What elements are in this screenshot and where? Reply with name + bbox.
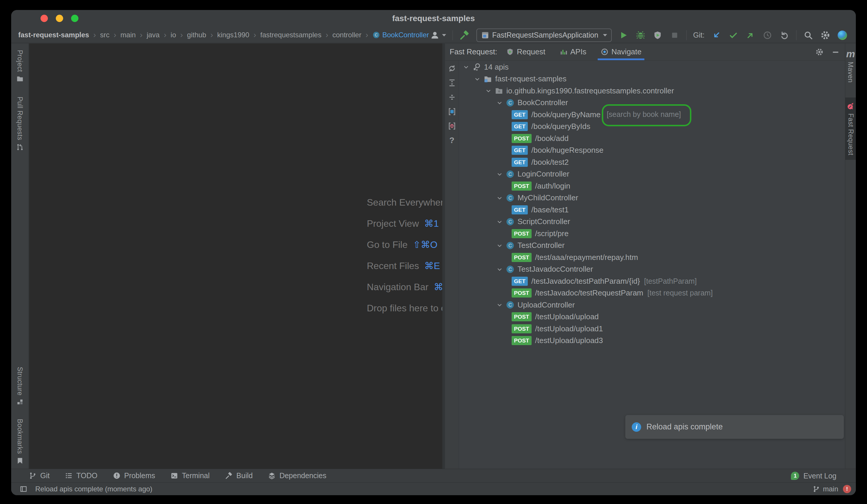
tool-window-tab[interactable]: Pull Requests [16, 97, 24, 151]
chevron-down-icon[interactable] [485, 87, 492, 95]
tree-row[interactable]: C MyChildController [459, 192, 845, 204]
main-area: Project Pull Requests [11, 43, 856, 469]
chevron-down-icon[interactable] [496, 301, 503, 309]
breadcrumb-item[interactable]: C main [109, 30, 136, 40]
chevron-down-icon[interactable] [496, 170, 503, 178]
breadcrumb-item[interactable]: C github [176, 30, 206, 40]
tree-item-label: UploadController [517, 300, 575, 310]
breadcrumb-item[interactable]: C fastrequestsamples [249, 30, 321, 40]
tool-window-tab[interactable]: m Maven [846, 49, 855, 83]
rollback-icon[interactable] [779, 29, 790, 42]
dock-item[interactable]: Terminal [170, 471, 210, 480]
tree-row[interactable]: C ScriptController [459, 216, 845, 228]
help-icon[interactable]: ? [447, 136, 457, 146]
history-icon[interactable] [762, 29, 773, 42]
tool-window-tab-label: Project [16, 50, 24, 72]
tree-row[interactable]: C POST /testUpload/upload1 [459, 323, 845, 335]
breadcrumb-item[interactable]: C controller [321, 30, 361, 40]
panel-settings-gear-icon[interactable] [815, 47, 824, 56]
toggle-tool-windows-icon[interactable] [19, 485, 28, 493]
status-message[interactable]: Reload apis complete (moments ago) [35, 485, 152, 493]
git-push-icon[interactable] [745, 29, 756, 42]
tree-row[interactable]: C io.github.kings1990.fastrequestsamples… [459, 85, 845, 97]
debug-icon[interactable] [635, 29, 646, 42]
shortcut-hint-row[interactable]: Project View ⌘1 [367, 213, 442, 234]
chevron-down-icon[interactable] [496, 218, 503, 226]
error-indicator-badge[interactable]: ! [843, 485, 851, 493]
settings-icon[interactable] [820, 29, 831, 42]
user-icon[interactable] [430, 29, 446, 42]
tree-row[interactable]: C POST /testUpload/upload3 [459, 335, 845, 347]
coverage-icon[interactable] [652, 29, 663, 42]
panel-tab[interactable]: APIs [558, 43, 588, 60]
tool-window-tab[interactable]: Bookmarks [16, 419, 24, 465]
breadcrumb-item[interactable]: C src [89, 30, 109, 40]
dock-item[interactable]: Build [225, 471, 253, 480]
shortcut-hint-row[interactable]: Go to File ⇧⌘O [367, 234, 442, 255]
chevron-down-icon[interactable] [496, 242, 503, 249]
panel-tab[interactable]: Navigate [599, 43, 643, 60]
tree-row[interactable]: C POST /auth/login [459, 180, 845, 192]
tool-window-tab[interactable]: Project [16, 50, 24, 83]
tree-row[interactable]: C GET /book/hugeResponse [459, 144, 845, 157]
git-update-icon[interactable] [711, 29, 721, 42]
tree-row[interactable]: C POST /book/add [459, 132, 845, 144]
breadcrumb-item[interactable]: C io [160, 30, 176, 40]
tree-row[interactable]: C TestJavadocController [459, 264, 845, 276]
shortcut-hint-row[interactable]: Drop files here to open [367, 298, 442, 319]
tree-item-icon: C [506, 194, 515, 202]
tree-item-icon: C [483, 75, 492, 83]
tree-row[interactable]: C POST /script/pre [459, 228, 845, 240]
tree-row[interactable]: C GET /base/test1 [459, 204, 845, 216]
breadcrumb-item[interactable]: C BookController [361, 30, 429, 40]
stop-icon[interactable] [669, 29, 680, 42]
dock-item[interactable]: Git [29, 471, 50, 480]
chevron-down-icon[interactable] [496, 266, 503, 273]
event-log-button[interactable]: 1 Event Log [791, 469, 836, 483]
shortcut-hint-row[interactable]: Recent Files ⌘E [367, 255, 442, 276]
panel-tab[interactable]: Request [505, 43, 547, 60]
tree-row[interactable]: C POST /test/aaa/repayment/repay.htm [459, 251, 845, 264]
search-icon[interactable] [803, 29, 814, 42]
dock-item[interactable]: TODO [65, 471, 97, 480]
chevron-down-icon[interactable] [473, 75, 481, 83]
expand-all-icon[interactable] [447, 78, 457, 88]
tree-row[interactable]: C GET /book/queryByName [search by book … [459, 109, 845, 121]
class-filter-icon[interactable] [447, 107, 457, 117]
dock-item[interactable]: Dependencies [268, 471, 326, 480]
chevron-down-icon[interactable] [496, 99, 503, 107]
shortcut-hint-row[interactable]: Navigation Bar ⌘ [367, 276, 442, 298]
tree-row[interactable]: C fast-request-samples [459, 73, 845, 85]
git-commit-icon[interactable] [728, 29, 739, 42]
tool-window-tab[interactable]: m Fast Request [845, 97, 856, 160]
tree-row[interactable]: C GET /testJavadoc/testPathParam/{id} [t… [459, 275, 845, 287]
shortcut-hint-row[interactable]: Search Everywhere [367, 192, 442, 213]
method-filter-icon[interactable]: m [447, 121, 457, 131]
breadcrumb-item[interactable]: C java [136, 30, 160, 40]
tree-row[interactable]: C GET /book/test2 [459, 156, 845, 168]
tree-row[interactable]: C POST /testUpload/upload [459, 311, 845, 323]
tool-window-tab-label: Fast Request [847, 114, 855, 156]
avatar-sphere-icon[interactable] [837, 29, 848, 42]
chevron-down-icon[interactable] [462, 63, 470, 71]
editor-panel-splitter[interactable] [442, 43, 445, 469]
run-configuration-select[interactable]: FastRequestSamplesApplication [477, 29, 612, 42]
refresh-icon[interactable] [447, 63, 457, 73]
tree-row[interactable]: C TestController [459, 240, 845, 252]
chevron-down-icon[interactable] [496, 194, 503, 202]
run-icon[interactable] [618, 29, 629, 42]
tool-window-tab[interactable]: Structure [16, 367, 24, 406]
panel-minimize-icon[interactable] [832, 48, 840, 56]
tree-row[interactable]: C UploadController [459, 299, 845, 311]
build-hammer-icon[interactable] [459, 29, 470, 42]
endpoint-description: [search by book name] [602, 104, 692, 126]
git-branch-widget[interactable]: main [812, 485, 838, 493]
tree-row[interactable]: C 14 apis [459, 61, 845, 73]
notification-toast[interactable]: i Reload apis complete [625, 415, 844, 439]
tree-row[interactable]: C POST /testJavadoc/testRequestParam [te… [459, 287, 845, 299]
dock-item[interactable]: Problems [113, 471, 156, 480]
breadcrumb-item[interactable]: C fast-request-samples [18, 31, 89, 39]
collapse-all-icon[interactable] [447, 92, 457, 102]
breadcrumb-item[interactable]: C kings1990 [206, 30, 249, 40]
tree-row[interactable]: C LoginController [459, 168, 845, 180]
